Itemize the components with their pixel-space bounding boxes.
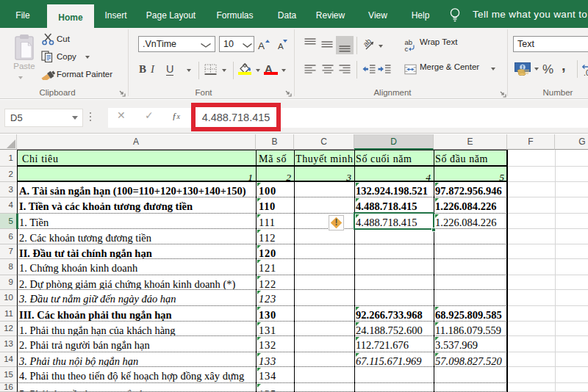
svg-text:c: c: [405, 45, 409, 53]
svg-text:.0: .0: [584, 68, 588, 77]
